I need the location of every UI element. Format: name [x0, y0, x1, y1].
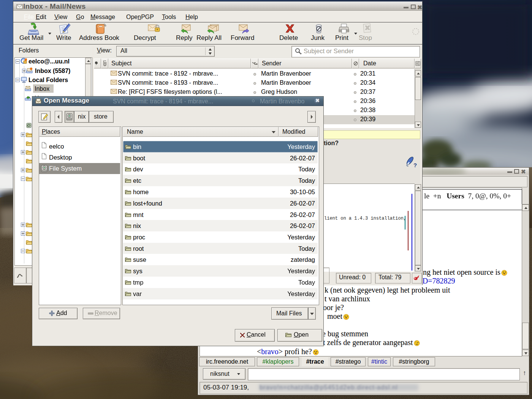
svg-text:?: ? [413, 162, 417, 168]
